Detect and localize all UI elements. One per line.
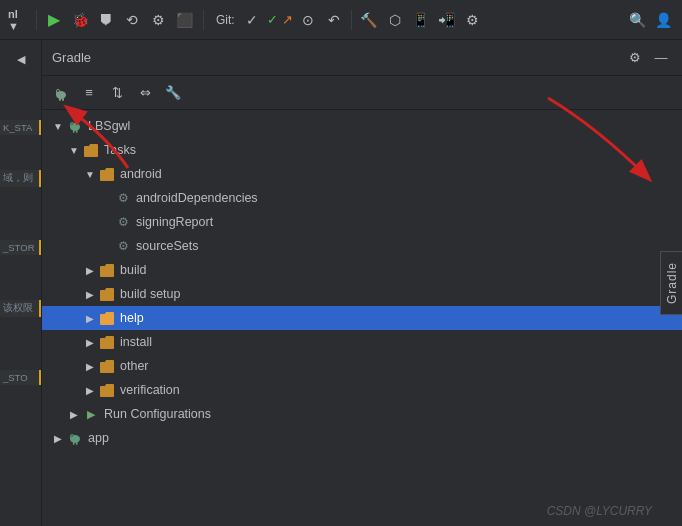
tree-item-build-setup[interactable]: ▶ build setup [42,282,682,306]
label-install: install [120,335,152,349]
arrow-app: ▶ [50,433,66,444]
svg-point-2 [57,90,59,92]
gradle-panel-header: Gradle ⚙ — [42,40,682,76]
gear-icon-androidDependencies: ⚙ [114,189,132,207]
arrow-build: ▶ [82,265,98,276]
gradle-panel-title: Gradle [52,50,620,65]
tree-item-verification[interactable]: ▶ verification [42,378,682,402]
sync-icon[interactable]: ⬡ [384,9,406,31]
gradle-panel: Gradle ⚙ — ≡ ⇅ ⇔ 🔧 [42,40,682,526]
svg-rect-9 [76,130,78,133]
tree-item-build[interactable]: ▶ build [42,258,682,282]
gradle-link-icon[interactable]: ⇔ [134,82,156,104]
profile-button[interactable]: ⟲ [121,9,143,31]
gradle-settings-icon[interactable]: ⚙ [624,47,646,69]
gear-icon-sourceSets: ⚙ [114,237,132,255]
user-icon[interactable]: 👤 [652,9,674,31]
gradle-refresh-icon[interactable] [50,82,72,104]
code-hint-1: K_STA [0,120,41,135]
gradle-minimize-icon[interactable]: — [650,47,672,69]
label-build-setup: build setup [120,287,180,301]
tree-item-other[interactable]: ▶ other [42,354,682,378]
gradle-button[interactable]: ⚙ [147,9,169,31]
git-history-icon[interactable]: ⊙ [297,9,319,31]
label-androidDependencies: androidDependencies [136,191,258,205]
git-push-icon[interactable]: ↗ [282,12,293,27]
git-commit-icon[interactable]: ✓ [241,9,263,31]
label-app: app [88,431,109,445]
tree-item-tasks[interactable]: ▼ Tasks [42,138,682,162]
arrow-tasks: ▼ [66,145,82,156]
folder-icon-android [98,165,116,183]
folder-icon-install [98,333,116,351]
panel-toggle-icon[interactable]: nl ▼ [8,9,30,31]
run-config-icon: ▶ [82,405,100,423]
folder-icon-build [98,261,116,279]
tree-item-sourceSets[interactable]: ▶ ⚙ sourceSets [42,234,682,258]
run-button[interactable]: ▶ [43,9,65,31]
coverage-button[interactable]: ⛊ [95,9,117,31]
label-tasks: Tasks [104,143,136,157]
gradle-side-tab-label: Gradle [665,262,679,304]
label-lbsgwl: LBSgwl [88,119,130,133]
git-label: Git: [216,13,235,27]
stop-button[interactable]: ⬛ [173,9,195,31]
gradle-icon-lbsgwl [66,117,84,135]
code-hint-5: _STO [0,370,41,385]
gradle-tree[interactable]: ▼ LBSgwl ▼ Tasks [42,110,682,526]
svg-rect-14 [76,442,78,445]
device-icon[interactable]: 📱 [410,9,432,31]
arrow-help: ▶ [82,313,98,324]
tree-item-app[interactable]: ▶ app [42,426,682,450]
avd-icon[interactable]: 📲 [436,9,458,31]
svg-rect-13 [73,442,75,445]
label-signingReport: signingReport [136,215,213,229]
arrow-lbsgwl: ▼ [50,121,66,132]
arrow-android: ▼ [82,169,98,180]
label-build: build [120,263,146,277]
label-android: android [120,167,162,181]
svg-rect-8 [73,130,75,133]
folder-icon-other [98,357,116,375]
folder-icon-help [98,309,116,327]
gradle-collapse-all-icon[interactable]: ⇅ [106,82,128,104]
gradle-toolbar: ≡ ⇅ ⇔ 🔧 [42,76,682,110]
tree-item-install[interactable]: ▶ install [42,330,682,354]
tree-item-run-configurations[interactable]: ▶ ▶ Run Configurations [42,402,682,426]
arrow-run-configurations: ▶ [66,409,82,420]
arrow-build-setup: ▶ [82,289,98,300]
tree-item-help[interactable]: ▶ help [42,306,682,330]
arrow-other: ▶ [82,361,98,372]
watermark: CSDN @LYCURRY [547,504,652,518]
code-hint-3: _STOR [0,240,41,255]
label-other: other [120,359,149,373]
code-hint-4: 该权限 [0,300,41,317]
main-toolbar: nl ▼ ▶ 🐞 ⛊ ⟲ ⚙ ⬛ Git: ✓ ✓ ↗ ⊙ ↶ 🔨 ⬡ 📱 📲 … [0,0,682,40]
gradle-tools-icon[interactable]: 🔧 [162,82,184,104]
arrow-install: ▶ [82,337,98,348]
code-hint-2: 域，则 [0,170,41,187]
label-help: help [120,311,144,325]
svg-rect-3 [59,98,61,101]
gradle-expand-all-icon[interactable]: ≡ [78,82,100,104]
git-rollback-icon[interactable]: ↶ [323,9,345,31]
debug-button[interactable]: 🐞 [69,9,91,31]
label-sourceSets: sourceSets [136,239,199,253]
sidebar-collapse-icon[interactable]: ◀ [6,44,36,74]
search-toolbar-icon[interactable]: 🔍 [626,9,648,31]
main-area: ◀ K_STA 域，则 _STOR 该权限 _STO Gradle ⚙ — [0,40,682,526]
tree-item-androidDependencies[interactable]: ▶ ⚙ androidDependencies [42,186,682,210]
git-section: Git: ✓ ✓ ↗ ⊙ ↶ [216,9,345,31]
build-icon[interactable]: 🔨 [358,9,380,31]
label-run-configurations: Run Configurations [104,407,211,421]
tree-item-lbsgwl[interactable]: ▼ LBSgwl [42,114,682,138]
git-check-icon: ✓ [267,12,278,27]
tree-item-android[interactable]: ▼ android [42,162,682,186]
svg-point-12 [71,435,73,437]
tree-item-signingReport[interactable]: ▶ ⚙ signingReport [42,210,682,234]
folder-icon-build-setup [98,285,116,303]
arrow-verification: ▶ [82,385,98,396]
gradle-side-tab[interactable]: Gradle [660,251,682,315]
sdk-icon[interactable]: ⚙ [462,9,484,31]
svg-rect-4 [62,98,64,101]
